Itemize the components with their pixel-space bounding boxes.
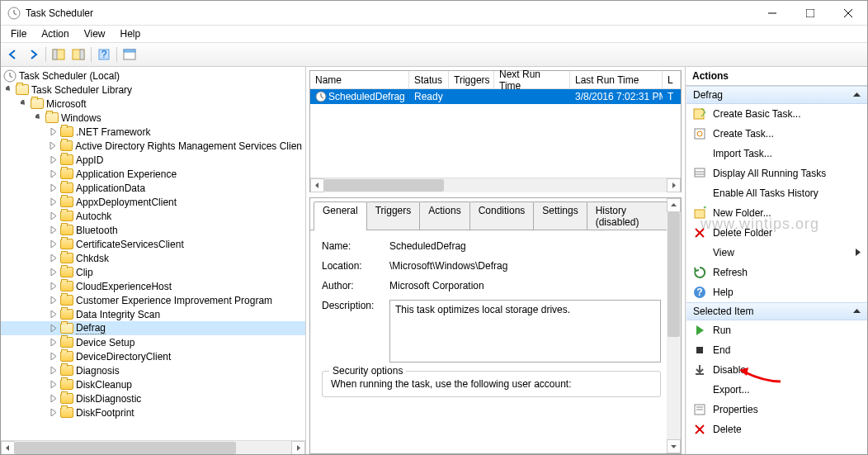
details-vscroll[interactable] xyxy=(667,198,681,453)
expander-icon[interactable] xyxy=(49,338,59,348)
menu-view[interactable]: View xyxy=(78,26,112,41)
expander-icon[interactable] xyxy=(49,268,59,277)
action-end[interactable]: End xyxy=(686,340,867,360)
expander-icon[interactable] xyxy=(49,324,59,334)
actions-group-defrag[interactable]: Defrag xyxy=(686,86,867,104)
expander-icon[interactable] xyxy=(49,408,59,418)
expander-icon[interactable] xyxy=(49,211,59,221)
action-item[interactable]: Enable All Tasks History xyxy=(686,183,867,203)
tree-item[interactable]: Active Directory Rights Management Servi… xyxy=(1,139,305,153)
scroll-right-button[interactable] xyxy=(667,178,681,192)
scroll-left-button[interactable] xyxy=(1,441,15,455)
action-item[interactable]: View xyxy=(686,243,867,263)
tree-root-label[interactable]: Task Scheduler (Local) xyxy=(19,70,120,82)
scroll-up-button[interactable] xyxy=(667,198,681,212)
scroll-thumb[interactable] xyxy=(15,442,236,454)
action-item[interactable]: Import Task... xyxy=(686,144,867,164)
col-name[interactable]: Name xyxy=(310,71,409,88)
expander-icon[interactable] xyxy=(49,296,59,306)
action-item[interactable]: ?Help xyxy=(686,282,867,302)
tree-item[interactable]: Chkdsk xyxy=(1,251,305,265)
action-delete[interactable]: Delete xyxy=(686,419,867,439)
expander-icon[interactable] xyxy=(4,85,14,95)
tree-item[interactable]: Customer Experience Improvement Program xyxy=(1,293,305,307)
tree-windows-label[interactable]: Windows xyxy=(61,112,101,124)
tab-settings[interactable]: Settings xyxy=(533,201,587,230)
tab-conditions[interactable]: Conditions xyxy=(469,201,535,230)
col-last-result[interactable]: L xyxy=(663,71,681,88)
scroll-thumb[interactable] xyxy=(324,179,444,192)
expander-icon[interactable] xyxy=(49,394,59,404)
help-button[interactable]: ? xyxy=(95,45,113,64)
expander-icon[interactable] xyxy=(49,352,59,362)
action-item[interactable]: *New Folder... xyxy=(686,203,867,223)
expander-icon[interactable] xyxy=(34,113,44,123)
tab-general[interactable]: General xyxy=(314,201,367,230)
actions-group-selected[interactable]: Selected Item xyxy=(686,302,867,320)
task-list[interactable]: Name Status Triggers Next Run Time Last … xyxy=(309,70,682,192)
action-item[interactable]: Delete Folder xyxy=(686,223,867,243)
scroll-down-button[interactable] xyxy=(667,439,681,453)
menu-file[interactable]: File xyxy=(4,26,33,41)
maximize-button[interactable] xyxy=(791,1,829,26)
col-last-run[interactable]: Last Run Time xyxy=(570,71,663,88)
menu-help[interactable]: Help xyxy=(114,26,148,41)
col-next-run[interactable]: Next Run Time xyxy=(494,71,570,88)
tab-actions[interactable]: Actions xyxy=(419,201,469,230)
tree-item[interactable]: DiskCleanup xyxy=(1,377,305,391)
expander-icon[interactable] xyxy=(49,197,59,207)
tree-item[interactable]: .NET Framework xyxy=(1,125,305,139)
back-button[interactable] xyxy=(4,45,22,64)
navigation-tree[interactable]: Task Scheduler (Local) Task Scheduler Li… xyxy=(1,67,305,440)
action-item[interactable]: Display All Running Tasks xyxy=(686,164,867,183)
new-window-button[interactable] xyxy=(120,45,139,64)
col-triggers[interactable]: Triggers xyxy=(449,71,494,88)
tree-item[interactable]: DiskFootprint xyxy=(1,405,305,419)
scroll-left-button[interactable] xyxy=(310,178,324,192)
scroll-right-button[interactable] xyxy=(291,441,305,455)
tree-microsoft-label[interactable]: Microsoft xyxy=(46,98,87,110)
tree-item[interactable]: Diagnosis xyxy=(1,363,305,377)
action-properties[interactable]: Properties xyxy=(686,400,867,419)
scroll-track[interactable] xyxy=(15,441,291,455)
expander-icon[interactable] xyxy=(49,127,59,137)
close-button[interactable] xyxy=(829,1,867,26)
expander-icon[interactable] xyxy=(49,141,59,151)
horizontal-scrollbar[interactable] xyxy=(1,440,305,454)
expander-icon[interactable] xyxy=(49,380,59,390)
tree-item[interactable]: CloudExperienceHost xyxy=(1,279,305,293)
col-status[interactable]: Status xyxy=(409,71,449,88)
tab-triggers[interactable]: Triggers xyxy=(366,201,421,230)
tree-item[interactable]: AppxDeploymentClient xyxy=(1,195,305,209)
tree-item[interactable]: Autochk xyxy=(1,209,305,223)
action-disable[interactable]: Disable xyxy=(686,360,867,380)
tree-item[interactable]: Device Setup xyxy=(1,335,305,349)
expander-icon[interactable] xyxy=(49,169,59,179)
expander-icon[interactable] xyxy=(49,225,59,235)
tree-item[interactable]: ApplicationData xyxy=(1,181,305,195)
tree-item[interactable]: CertificateServicesClient xyxy=(1,237,305,251)
expander-icon[interactable] xyxy=(49,254,59,263)
expander-icon[interactable] xyxy=(49,310,59,320)
expander-icon[interactable] xyxy=(49,366,59,376)
expander-icon[interactable] xyxy=(19,99,29,109)
action-item[interactable]: Refresh xyxy=(686,263,867,282)
action-export-[interactable]: Export... xyxy=(686,380,867,400)
action-item[interactable]: Create Basic Task... xyxy=(686,104,867,124)
tree-item[interactable]: AppID xyxy=(1,153,305,167)
tree-item[interactable]: Bluetooth xyxy=(1,223,305,237)
minimize-button[interactable] xyxy=(753,1,791,26)
action-item[interactable]: Create Task... xyxy=(686,124,867,144)
forward-button[interactable] xyxy=(24,45,42,64)
tab-history[interactable]: History (disabled) xyxy=(587,201,678,230)
expander-icon[interactable] xyxy=(49,155,59,165)
show-hide-tree-button[interactable] xyxy=(50,45,68,64)
tree-item[interactable]: Clip xyxy=(1,265,305,279)
scroll-thumb[interactable] xyxy=(668,212,680,337)
task-row[interactable]: ScheduledDefrag Ready 3/8/2016 7:02:31 P… xyxy=(310,89,681,104)
tree-item[interactable]: DiskDiagnostic xyxy=(1,391,305,405)
tree-item[interactable]: Application Experience xyxy=(1,167,305,181)
show-hide-actions-button[interactable] xyxy=(69,45,87,64)
tree-item[interactable]: DeviceDirectoryClient xyxy=(1,349,305,363)
expander-icon[interactable] xyxy=(49,239,59,249)
